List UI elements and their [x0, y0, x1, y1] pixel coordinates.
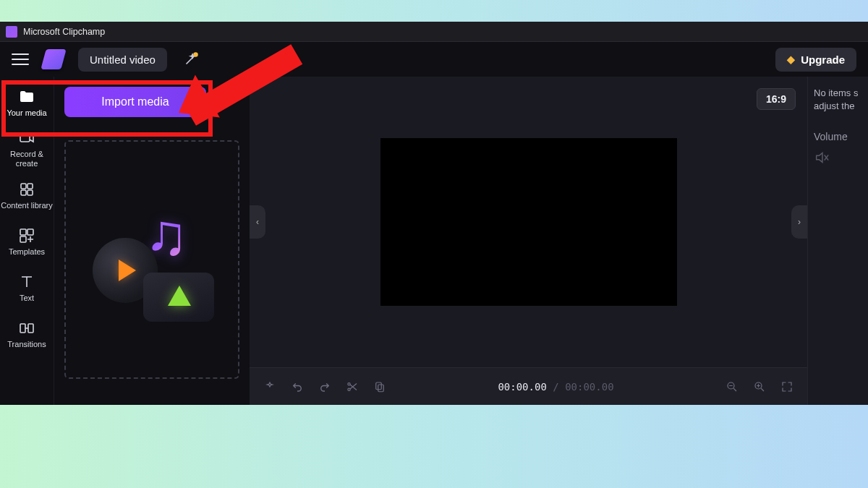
- timecode-display: 00:00.00 / 00:00.00: [400, 381, 712, 393]
- panel-collapse-right[interactable]: ›: [791, 205, 807, 239]
- sidebar-item-templates[interactable]: Templates: [0, 218, 54, 265]
- sidebar: Your media Record & create Content libra…: [0, 77, 54, 405]
- aspect-ratio-button[interactable]: 16:9: [757, 88, 796, 110]
- sidebar-item-content-library[interactable]: Content library: [0, 172, 54, 218]
- svg-rect-8: [20, 236, 26, 242]
- camera-icon: [18, 129, 35, 147]
- titlebar: Microsoft Clipchamp: [0, 22, 868, 42]
- sidebar-item-text[interactable]: Text: [0, 265, 54, 311]
- redo-button[interactable]: [318, 380, 332, 394]
- sidebar-label: Text: [20, 294, 34, 303]
- media-drop-area[interactable]: ♫: [64, 140, 239, 379]
- sidebar-label: Templates: [9, 247, 45, 257]
- sidebar-item-transitions[interactable]: Transitions: [0, 311, 54, 357]
- sidebar-item-your-media[interactable]: Your media: [0, 80, 54, 126]
- svg-rect-4: [21, 190, 26, 195]
- project-title-input[interactable]: Untitled video: [78, 48, 167, 72]
- import-media-button[interactable]: Import media: [64, 87, 206, 117]
- app-window: Microsoft Clipchamp Untitled video ◆ Upg…: [0, 22, 868, 405]
- menu-button[interactable]: [12, 51, 29, 68]
- video-canvas[interactable]: [380, 138, 677, 306]
- split-button[interactable]: [345, 380, 359, 394]
- diamond-icon: ◆: [787, 53, 795, 65]
- svg-rect-14: [378, 385, 384, 392]
- volume-label: Volume: [814, 131, 862, 142]
- mute-icon[interactable]: [814, 150, 830, 166]
- preview-area: 16:9 ‹ ›: [250, 77, 807, 367]
- editor-area: 16:9 ‹ › 00:00.00 / 00:00.00: [250, 77, 807, 405]
- svg-rect-5: [27, 190, 33, 195]
- properties-hint: No items s adjust the: [814, 87, 862, 112]
- svg-rect-10: [28, 324, 33, 333]
- properties-panel: No items s adjust the Volume: [807, 77, 868, 405]
- magic-disabled-icon[interactable]: [182, 50, 200, 69]
- svg-rect-9: [20, 324, 25, 333]
- top-toolbar: Untitled video ◆ Upgrade: [0, 42, 868, 77]
- app-icon: [6, 26, 17, 38]
- sparkle-tool[interactable]: [263, 380, 277, 394]
- svg-rect-3: [27, 184, 33, 189]
- zoom-in-button[interactable]: [752, 380, 767, 394]
- undo-button[interactable]: [290, 380, 305, 394]
- upgrade-button[interactable]: ◆ Upgrade: [775, 48, 856, 72]
- sidebar-label: Record & create: [0, 150, 54, 168]
- svg-rect-7: [27, 229, 33, 235]
- templates-icon: [18, 227, 35, 244]
- timecode-separator: /: [547, 381, 565, 393]
- sidebar-label: Content library: [1, 201, 53, 210]
- svg-rect-6: [20, 229, 26, 235]
- timecode-current: 00:00.00: [498, 381, 546, 393]
- svg-point-12: [348, 388, 350, 390]
- transitions-icon: [18, 320, 35, 337]
- media-panel: Import media ♫: [54, 77, 250, 405]
- timeline-toolbar: 00:00.00 / 00:00.00: [250, 367, 807, 405]
- svg-rect-2: [21, 184, 26, 189]
- zoom-out-button[interactable]: [725, 380, 739, 394]
- svg-rect-1: [20, 134, 30, 142]
- library-icon: [18, 181, 35, 198]
- folder-icon: [18, 88, 35, 106]
- fit-button[interactable]: [780, 380, 794, 394]
- svg-rect-13: [376, 382, 382, 390]
- text-icon: [18, 273, 35, 291]
- titlebar-text: Microsoft Clipchamp: [23, 27, 105, 37]
- sidebar-item-record-create[interactable]: Record & create: [0, 126, 54, 172]
- magic-tool-button[interactable]: [213, 89, 239, 115]
- svg-point-11: [348, 382, 350, 385]
- panel-collapse-left[interactable]: ‹: [250, 205, 265, 239]
- upgrade-label: Upgrade: [801, 53, 845, 66]
- copy-button[interactable]: [373, 380, 387, 394]
- sidebar-label: Transitions: [7, 340, 46, 349]
- svg-point-0: [193, 52, 198, 57]
- sidebar-label: Your media: [7, 108, 46, 118]
- clip-icon: [143, 273, 214, 322]
- timecode-total: 00:00.00: [565, 381, 613, 393]
- logo-icon: [41, 49, 67, 69]
- media-placeholder-illustration: ♫: [87, 194, 217, 325]
